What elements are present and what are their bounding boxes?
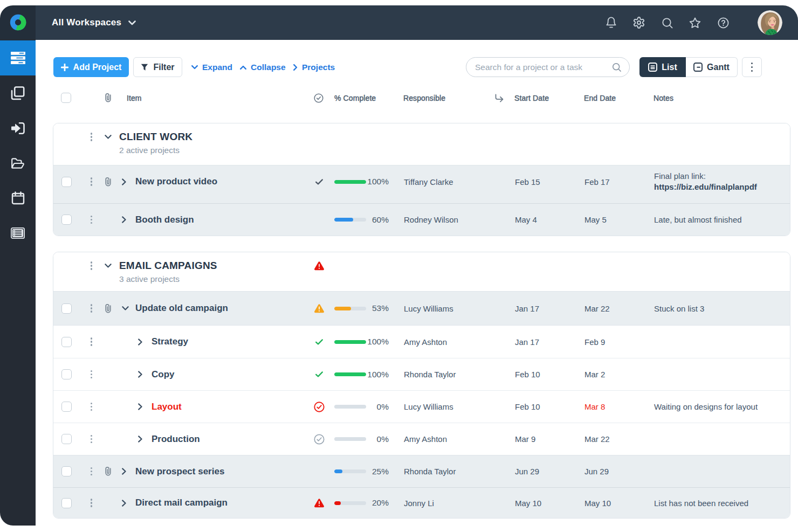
column-complete[interactable]: % Complete [334, 91, 376, 106]
status-warning-icon [314, 488, 325, 518]
collapse-group-chevron[interactable] [105, 123, 112, 150]
expand-row-chevron[interactable] [138, 326, 142, 358]
attachment-icon[interactable] [104, 292, 112, 325]
notes: Late, but almost finished [654, 204, 742, 236]
row-menu-icon[interactable] [91, 326, 92, 358]
column-end[interactable]: End Date [584, 91, 616, 106]
table-row[interactable]: New prospect series 25% Rhonda Taylor Ju… [53, 455, 790, 487]
percent-complete: 0% [355, 391, 389, 423]
workspace-switcher[interactable]: All Workspaces [52, 5, 136, 40]
table-row[interactable]: Strategy 100% Amy Ashton Jan 17 Feb 9 [53, 325, 790, 358]
avatar[interactable] [758, 10, 782, 35]
item-name[interactable]: Strategy [152, 326, 188, 358]
expand-row-chevron[interactable] [122, 488, 126, 518]
expand-row-chevron[interactable] [138, 358, 142, 390]
sidebar-item-projects[interactable] [0, 40, 36, 75]
drag-handle-icon[interactable] [91, 123, 92, 150]
column-responsible[interactable]: Responsible [403, 91, 445, 106]
sidebar-item-workspaces[interactable] [0, 75, 36, 110]
row-menu-icon[interactable] [91, 204, 92, 236]
sidebar-item-reports[interactable] [0, 216, 36, 251]
row-checkbox[interactable] [61, 337, 72, 347]
more-options-button[interactable] [742, 57, 762, 77]
table-row[interactable]: Booth design 60% Rodney Wilson May 4 May… [53, 203, 790, 236]
percent-complete: 0% [355, 423, 389, 455]
item-name[interactable]: Booth design [135, 204, 194, 236]
help-button[interactable] [709, 5, 737, 40]
app-logo-icon[interactable] [10, 14, 26, 31]
table-row[interactable]: Update old campaign 53% Lucy Williams Ja… [53, 291, 790, 325]
row-menu-icon[interactable] [91, 423, 92, 455]
item-name[interactable]: New prospect series [135, 455, 224, 487]
row-checkbox[interactable] [61, 434, 72, 444]
expand-label: Expand [202, 63, 232, 72]
checkbox-cell [61, 358, 72, 390]
end-date: May 10 [584, 488, 611, 518]
expand-row-chevron[interactable] [122, 165, 126, 198]
group-title[interactable]: CLIENT WORK [119, 131, 192, 143]
sidebar-item-requests[interactable] [0, 110, 36, 146]
end-date: May 5 [584, 204, 607, 236]
sidebar-item-calendar[interactable] [0, 181, 36, 216]
table-row[interactable]: Copy 100% Rhonda Taylor Feb 10 Mar 2 [53, 358, 790, 390]
group-card-email-campaigns: EMAIL CAMPAIGNS 3 active projects Update… [53, 252, 790, 519]
gantt-view-button[interactable]: Gantt [686, 57, 738, 77]
column-start[interactable]: Start Date [514, 91, 549, 106]
row-checkbox[interactable] [61, 369, 72, 379]
notifications-button[interactable] [597, 5, 625, 40]
collapse-group-chevron[interactable] [105, 252, 112, 279]
report-list-icon [11, 227, 25, 239]
table-row[interactable]: Layout 0% Lucy Williams Feb 10 Mar 8 Wai… [53, 390, 790, 423]
column-item[interactable]: Item [127, 91, 142, 106]
group-card-client-work: CLIENT WORK 2 active projects New produc… [53, 123, 790, 236]
expand-row-chevron[interactable] [122, 204, 126, 236]
table-row[interactable]: Production 0% Amy Ashton Mar 9 Mar 22 [53, 423, 790, 455]
expand-row-chevron[interactable] [138, 391, 142, 423]
expand-link[interactable]: Expand [191, 57, 232, 77]
list-view-button[interactable]: List [639, 57, 686, 77]
collapse-link[interactable]: Collapse [240, 57, 286, 77]
row-checkbox[interactable] [61, 215, 72, 225]
group-title[interactable]: EMAIL CAMPAIGNS [119, 260, 217, 272]
column-notes[interactable]: Notes [653, 91, 673, 106]
attachment-icon[interactable] [104, 455, 112, 487]
percent-complete: 100% [355, 358, 389, 390]
sidebar-item-documents[interactable] [0, 146, 36, 181]
row-checkbox[interactable] [61, 402, 72, 412]
item-name[interactable]: Direct mail campaign [135, 488, 228, 518]
status-check-icon [314, 165, 325, 198]
row-checkbox[interactable] [61, 177, 72, 187]
item-name[interactable]: Copy [152, 358, 175, 390]
item-name[interactable]: Production [152, 423, 200, 455]
row-menu-icon[interactable] [91, 391, 92, 423]
table-row[interactable]: Direct mail campaign 20% Jonny Li May 10… [53, 487, 790, 518]
item-name[interactable]: Update old campaign [135, 292, 228, 325]
item-name[interactable]: New product video [135, 165, 217, 198]
row-menu-icon[interactable] [91, 358, 92, 390]
table-row[interactable]: New product video 100% Tiffany Clarke Fe… [53, 165, 790, 203]
row-menu-icon[interactable] [91, 488, 92, 518]
row-checkbox[interactable] [61, 303, 72, 314]
expand-row-chevron[interactable] [138, 423, 142, 455]
settings-button[interactable] [625, 5, 653, 40]
workspace-label: All Workspaces [52, 17, 121, 28]
search-input[interactable] [475, 63, 611, 72]
select-all-checkbox[interactable] [61, 93, 71, 103]
row-checkbox[interactable] [61, 498, 72, 508]
checkbox-cell [61, 204, 72, 236]
attachment-icon[interactable] [104, 165, 112, 198]
collapse-row-chevron[interactable] [122, 292, 129, 325]
row-menu-icon[interactable] [91, 165, 92, 198]
row-menu-icon[interactable] [91, 292, 92, 325]
expand-row-chevron[interactable] [122, 455, 126, 487]
search-button[interactable] [653, 5, 681, 40]
item-name[interactable]: Layout [152, 391, 182, 423]
row-menu-icon[interactable] [91, 455, 92, 487]
row-checkbox[interactable] [61, 466, 72, 476]
add-project-button[interactable]: Add Project [53, 57, 129, 77]
drag-handle-icon[interactable] [91, 252, 92, 279]
projects-link[interactable]: Projects [293, 57, 335, 77]
header-actions [597, 5, 737, 40]
favorites-button[interactable] [681, 5, 709, 40]
filter-button[interactable]: Filter [133, 57, 182, 77]
